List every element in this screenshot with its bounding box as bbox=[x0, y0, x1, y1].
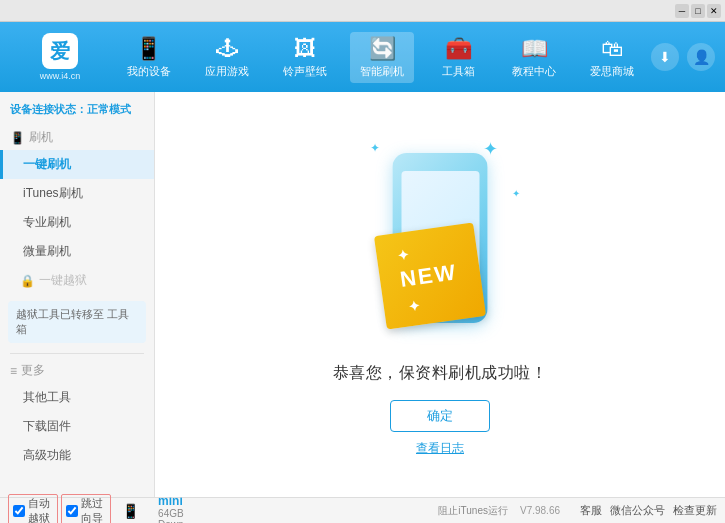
more-group-icon: ≡ bbox=[10, 364, 17, 378]
nav-label-toolbox: 工具箱 bbox=[442, 64, 475, 79]
sidebar-group-more: ≡ 更多 bbox=[0, 358, 154, 383]
flash-group-label: 刷机 bbox=[29, 129, 53, 146]
itunes-stop-label: 阻止iTunes运行 bbox=[438, 504, 508, 518]
title-bar: ─ □ ✕ bbox=[0, 0, 725, 22]
download-button[interactable]: ⬇ bbox=[651, 43, 679, 71]
user-button[interactable]: 👤 bbox=[687, 43, 715, 71]
toolbox-icon: 🧰 bbox=[445, 36, 472, 62]
info-box-text: 越狱工具已转移至 工具箱 bbox=[16, 308, 129, 335]
view-log-link[interactable]: 查看日志 bbox=[416, 440, 464, 457]
device-model: Down-12mini-13,1 bbox=[158, 519, 215, 523]
phone-icon: 📱 bbox=[135, 36, 162, 62]
sidebar-divider bbox=[10, 353, 144, 354]
close-button[interactable]: ✕ bbox=[707, 4, 721, 18]
more-group-label: 更多 bbox=[21, 362, 45, 379]
minimize-button[interactable]: ─ bbox=[675, 4, 689, 18]
nav-item-ringtone[interactable]: 🖼 铃声壁纸 bbox=[273, 32, 337, 83]
jailbreak-label: 一键越狱 bbox=[39, 272, 87, 289]
nav-item-smart-flash[interactable]: 🔄 智能刷机 bbox=[350, 32, 414, 83]
nav-label-shop: 爱思商城 bbox=[590, 64, 634, 79]
wechat-link[interactable]: 微信公众号 bbox=[610, 503, 665, 518]
skip-wizard-input[interactable] bbox=[66, 505, 78, 517]
connection-status: 设备连接状态：正常模式 bbox=[0, 98, 154, 125]
sparkle-1: ✦ bbox=[370, 141, 380, 155]
logo-icon: 爱 bbox=[42, 33, 78, 69]
maximize-button[interactable]: □ bbox=[691, 4, 705, 18]
shop-icon: 🛍 bbox=[601, 36, 623, 62]
sidebar-group-flash: 📱 刷机 bbox=[0, 125, 154, 150]
ringtone-icon: 🖼 bbox=[294, 36, 316, 62]
flash-icon: 🔄 bbox=[369, 36, 396, 62]
update-link[interactable]: 检查更新 bbox=[673, 503, 717, 518]
skip-wizard-checkbox[interactable]: 跳过向导 bbox=[61, 494, 111, 524]
auto-unlock-label: 自动越狱 bbox=[28, 496, 53, 524]
sparkle-3: ✦ bbox=[512, 188, 520, 199]
top-nav: 爱 www.i4.cn 📱 我的设备 🕹 应用游戏 🖼 铃声壁纸 🔄 智能刷机 … bbox=[0, 22, 725, 92]
device-phone-icon: 📱 bbox=[122, 503, 139, 519]
sidebar-item-one-key-flash[interactable]: 一键刷机 bbox=[0, 150, 154, 179]
sidebar-item-advanced[interactable]: 高级功能 bbox=[0, 441, 154, 470]
version-label: V7.98.66 bbox=[520, 505, 560, 516]
success-message: 恭喜您，保资料刷机成功啦！ bbox=[333, 363, 548, 384]
new-ribbon: NEW bbox=[374, 222, 486, 329]
nav-item-apps-games[interactable]: 🕹 应用游戏 bbox=[195, 32, 259, 83]
nav-item-tutorial[interactable]: 📖 教程中心 bbox=[502, 32, 566, 83]
nav-label-apps-games: 应用游戏 bbox=[205, 64, 249, 79]
sidebar-item-itunes-flash[interactable]: iTunes刷机 bbox=[0, 179, 154, 208]
logo-area[interactable]: 爱 www.i4.cn bbox=[10, 33, 110, 81]
nav-item-my-device[interactable]: 📱 我的设备 bbox=[117, 32, 181, 83]
sparkle-2: ✦ bbox=[483, 138, 498, 160]
lock-icon: 🔒 bbox=[20, 274, 35, 288]
sidebar-item-jailbreak-disabled: 🔒 一键越狱 bbox=[0, 266, 154, 295]
status-value: 正常模式 bbox=[87, 103, 131, 115]
nav-label-my-device: 我的设备 bbox=[127, 64, 171, 79]
nav-item-shop[interactable]: 🛍 爱思商城 bbox=[580, 32, 644, 83]
flash-group-icon: 📱 bbox=[10, 131, 25, 145]
sidebar-item-download-firmware[interactable]: 下载固件 bbox=[0, 412, 154, 441]
content-area: ✦ ✦ ✦ NEW 恭喜您，保资料刷机成功啦！ 确定 查看日志 bbox=[155, 92, 725, 497]
sidebar-item-micro-flash[interactable]: 微量刷机 bbox=[0, 237, 154, 266]
apps-icon: 🕹 bbox=[216, 36, 238, 62]
nav-items: 📱 我的设备 🕹 应用游戏 🖼 铃声壁纸 🔄 智能刷机 🧰 工具箱 📖 教程中心… bbox=[110, 32, 651, 83]
status-label: 设备连接状态： bbox=[10, 103, 87, 115]
sidebar-item-pro-flash[interactable]: 专业刷机 bbox=[0, 208, 154, 237]
nav-label-smart-flash: 智能刷机 bbox=[360, 64, 404, 79]
confirm-button[interactable]: 确定 bbox=[390, 400, 490, 432]
main-area: 设备连接状态：正常模式 📱 刷机 一键刷机 iTunes刷机 专业刷机 微量刷机… bbox=[0, 92, 725, 497]
phone-illustration: ✦ ✦ ✦ NEW bbox=[340, 133, 540, 343]
nav-label-ringtone: 铃声壁纸 bbox=[283, 64, 327, 79]
sidebar: 设备连接状态：正常模式 📱 刷机 一键刷机 iTunes刷机 专业刷机 微量刷机… bbox=[0, 92, 155, 497]
bottom-bar: 自动越狱 跳过向导 📱 iPhone 12 mini 64GB Down-12m… bbox=[0, 497, 725, 523]
support-link[interactable]: 客服 bbox=[580, 503, 602, 518]
logo-text: www.i4.cn bbox=[40, 71, 81, 81]
new-badge-text: NEW bbox=[398, 259, 458, 292]
sidebar-item-other-tools[interactable]: 其他工具 bbox=[0, 383, 154, 412]
tutorial-icon: 📖 bbox=[521, 36, 548, 62]
auto-unlock-input[interactable] bbox=[13, 505, 25, 517]
nav-item-toolbox[interactable]: 🧰 工具箱 bbox=[428, 32, 488, 83]
skip-wizard-label: 跳过向导 bbox=[81, 496, 106, 524]
nav-right: ⬇ 👤 bbox=[651, 43, 715, 71]
device-storage: 64GB bbox=[158, 508, 215, 519]
auto-unlock-checkbox[interactable]: 自动越狱 bbox=[8, 494, 58, 524]
nav-label-tutorial: 教程中心 bbox=[512, 64, 556, 79]
jailbreak-info-box: 越狱工具已转移至 工具箱 bbox=[8, 301, 146, 343]
